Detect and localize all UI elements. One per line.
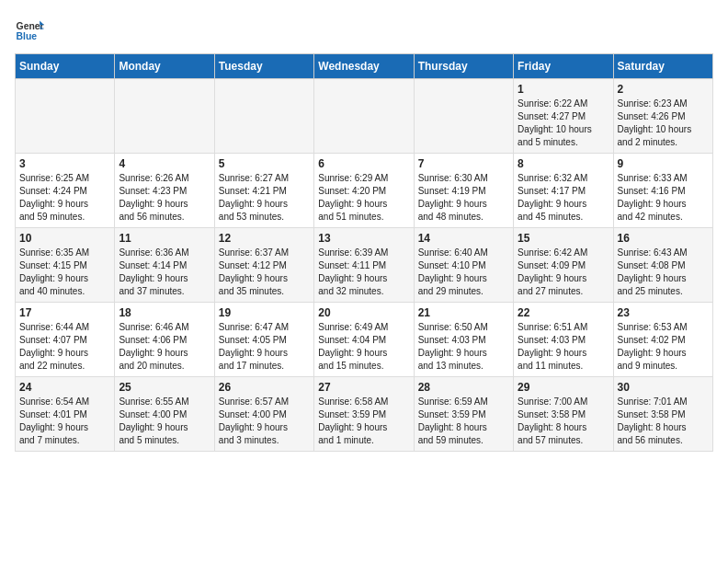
day-info: Sunrise: 6:42 AM Sunset: 4:09 PM Dayligh…: [518, 247, 609, 298]
day-cell: 18Sunrise: 6:46 AM Sunset: 4:06 PM Dayli…: [115, 303, 214, 377]
day-info: Sunrise: 6:57 AM Sunset: 4:00 PM Dayligh…: [219, 396, 310, 447]
day-cell: 2Sunrise: 6:23 AM Sunset: 4:26 PM Daylig…: [613, 79, 712, 154]
calendar-table: SundayMondayTuesdayWednesdayThursdayFrid…: [15, 53, 713, 452]
day-number: 28: [418, 381, 509, 394]
day-cell: 25Sunrise: 6:55 AM Sunset: 4:00 PM Dayli…: [115, 377, 214, 452]
day-info: Sunrise: 6:35 AM Sunset: 4:15 PM Dayligh…: [19, 247, 110, 298]
day-info: Sunrise: 7:00 AM Sunset: 3:58 PM Dayligh…: [518, 396, 609, 447]
day-cell: 8Sunrise: 6:32 AM Sunset: 4:17 PM Daylig…: [514, 154, 613, 228]
day-cell: 24Sunrise: 6:54 AM Sunset: 4:01 PM Dayli…: [16, 377, 115, 452]
day-number: 24: [19, 381, 110, 394]
day-info: Sunrise: 6:53 AM Sunset: 4:02 PM Dayligh…: [618, 321, 709, 373]
svg-text:Blue: Blue: [17, 31, 38, 41]
day-cell: 19Sunrise: 6:47 AM Sunset: 4:05 PM Dayli…: [214, 303, 313, 377]
header-row: SundayMondayTuesdayWednesdayThursdayFrid…: [16, 54, 713, 79]
day-number: 7: [418, 157, 509, 170]
week-row-5: 24Sunrise: 6:54 AM Sunset: 4:01 PM Dayli…: [16, 377, 713, 452]
day-info: Sunrise: 6:22 AM Sunset: 4:27 PM Dayligh…: [518, 98, 609, 149]
day-cell: 10Sunrise: 6:35 AM Sunset: 4:15 PM Dayli…: [16, 228, 115, 303]
day-info: Sunrise: 6:37 AM Sunset: 4:12 PM Dayligh…: [219, 247, 310, 298]
day-info: Sunrise: 6:30 AM Sunset: 4:19 PM Dayligh…: [418, 172, 509, 224]
day-number: 5: [219, 157, 310, 170]
day-cell: 14Sunrise: 6:40 AM Sunset: 4:10 PM Dayli…: [414, 228, 513, 303]
day-number: 11: [119, 232, 210, 245]
day-info: Sunrise: 6:51 AM Sunset: 4:03 PM Dayligh…: [518, 321, 609, 373]
week-row-2: 3Sunrise: 6:25 AM Sunset: 4:24 PM Daylig…: [16, 154, 713, 228]
day-number: 21: [418, 306, 509, 319]
day-cell: 5Sunrise: 6:27 AM Sunset: 4:21 PM Daylig…: [214, 154, 313, 228]
day-info: Sunrise: 6:23 AM Sunset: 4:26 PM Dayligh…: [618, 98, 709, 149]
day-cell: 27Sunrise: 6:58 AM Sunset: 3:59 PM Dayli…: [314, 377, 414, 452]
day-number: 26: [219, 381, 310, 394]
col-header-tuesday: Tuesday: [214, 54, 313, 79]
day-number: 3: [19, 157, 110, 170]
day-cell: [16, 79, 115, 154]
day-info: Sunrise: 6:50 AM Sunset: 4:03 PM Dayligh…: [418, 321, 509, 373]
day-number: 19: [219, 306, 310, 319]
day-number: 4: [119, 157, 210, 170]
day-number: 10: [19, 232, 110, 245]
day-cell: 13Sunrise: 6:39 AM Sunset: 4:11 PM Dayli…: [314, 228, 414, 303]
day-cell: 15Sunrise: 6:42 AM Sunset: 4:09 PM Dayli…: [514, 228, 613, 303]
logo: General Blue: [15, 15, 44, 44]
col-header-sunday: Sunday: [16, 54, 115, 79]
day-cell: [115, 79, 214, 154]
day-number: 17: [19, 306, 110, 319]
day-number: 1: [518, 83, 609, 96]
day-cell: 20Sunrise: 6:49 AM Sunset: 4:04 PM Dayli…: [314, 303, 414, 377]
day-info: Sunrise: 6:27 AM Sunset: 4:21 PM Dayligh…: [219, 172, 310, 224]
day-cell: [414, 79, 513, 154]
col-header-monday: Monday: [115, 54, 214, 79]
col-header-saturday: Saturday: [613, 54, 712, 79]
day-info: Sunrise: 6:49 AM Sunset: 4:04 PM Dayligh…: [318, 321, 409, 373]
day-info: Sunrise: 6:55 AM Sunset: 4:00 PM Dayligh…: [119, 396, 210, 447]
week-row-4: 17Sunrise: 6:44 AM Sunset: 4:07 PM Dayli…: [16, 303, 713, 377]
day-number: 13: [318, 232, 409, 245]
day-info: Sunrise: 6:43 AM Sunset: 4:08 PM Dayligh…: [618, 247, 709, 298]
day-info: Sunrise: 6:29 AM Sunset: 4:20 PM Dayligh…: [318, 172, 409, 224]
day-cell: 16Sunrise: 6:43 AM Sunset: 4:08 PM Dayli…: [613, 228, 712, 303]
day-number: 14: [418, 232, 509, 245]
day-number: 23: [618, 306, 709, 319]
day-info: Sunrise: 7:01 AM Sunset: 3:58 PM Dayligh…: [618, 396, 709, 447]
day-info: Sunrise: 6:40 AM Sunset: 4:10 PM Dayligh…: [418, 247, 509, 298]
day-number: 29: [518, 381, 609, 394]
day-info: Sunrise: 6:25 AM Sunset: 4:24 PM Dayligh…: [19, 172, 110, 224]
day-number: 25: [119, 381, 210, 394]
day-cell: 28Sunrise: 6:59 AM Sunset: 3:59 PM Dayli…: [414, 377, 513, 452]
day-cell: [214, 79, 313, 154]
day-cell: 3Sunrise: 6:25 AM Sunset: 4:24 PM Daylig…: [16, 154, 115, 228]
day-number: 9: [618, 157, 709, 170]
day-number: 16: [618, 232, 709, 245]
day-info: Sunrise: 6:32 AM Sunset: 4:17 PM Dayligh…: [518, 172, 609, 224]
day-info: Sunrise: 6:47 AM Sunset: 4:05 PM Dayligh…: [219, 321, 310, 373]
col-header-thursday: Thursday: [414, 54, 513, 79]
day-cell: 22Sunrise: 6:51 AM Sunset: 4:03 PM Dayli…: [514, 303, 613, 377]
day-number: 2: [618, 83, 709, 96]
page-header: General Blue: [15, 15, 713, 44]
day-cell: 1Sunrise: 6:22 AM Sunset: 4:27 PM Daylig…: [514, 79, 613, 154]
day-info: Sunrise: 6:44 AM Sunset: 4:07 PM Dayligh…: [19, 321, 110, 373]
col-header-wednesday: Wednesday: [314, 54, 414, 79]
day-cell: 11Sunrise: 6:36 AM Sunset: 4:14 PM Dayli…: [115, 228, 214, 303]
day-cell: 12Sunrise: 6:37 AM Sunset: 4:12 PM Dayli…: [214, 228, 313, 303]
day-number: 30: [618, 381, 709, 394]
day-cell: 30Sunrise: 7:01 AM Sunset: 3:58 PM Dayli…: [613, 377, 712, 452]
day-cell: 4Sunrise: 6:26 AM Sunset: 4:23 PM Daylig…: [115, 154, 214, 228]
day-number: 6: [318, 157, 409, 170]
day-cell: 23Sunrise: 6:53 AM Sunset: 4:02 PM Dayli…: [613, 303, 712, 377]
logo-icon: General Blue: [15, 15, 44, 44]
day-cell: 6Sunrise: 6:29 AM Sunset: 4:20 PM Daylig…: [314, 154, 414, 228]
week-row-3: 10Sunrise: 6:35 AM Sunset: 4:15 PM Dayli…: [16, 228, 713, 303]
day-cell: 21Sunrise: 6:50 AM Sunset: 4:03 PM Dayli…: [414, 303, 513, 377]
day-cell: [314, 79, 414, 154]
week-row-1: 1Sunrise: 6:22 AM Sunset: 4:27 PM Daylig…: [16, 79, 713, 154]
day-info: Sunrise: 6:46 AM Sunset: 4:06 PM Dayligh…: [119, 321, 210, 373]
day-cell: 9Sunrise: 6:33 AM Sunset: 4:16 PM Daylig…: [613, 154, 712, 228]
day-info: Sunrise: 6:58 AM Sunset: 3:59 PM Dayligh…: [318, 396, 409, 447]
day-cell: 29Sunrise: 7:00 AM Sunset: 3:58 PM Dayli…: [514, 377, 613, 452]
day-cell: 7Sunrise: 6:30 AM Sunset: 4:19 PM Daylig…: [414, 154, 513, 228]
day-info: Sunrise: 6:36 AM Sunset: 4:14 PM Dayligh…: [119, 247, 210, 298]
day-number: 18: [119, 306, 210, 319]
day-cell: 17Sunrise: 6:44 AM Sunset: 4:07 PM Dayli…: [16, 303, 115, 377]
